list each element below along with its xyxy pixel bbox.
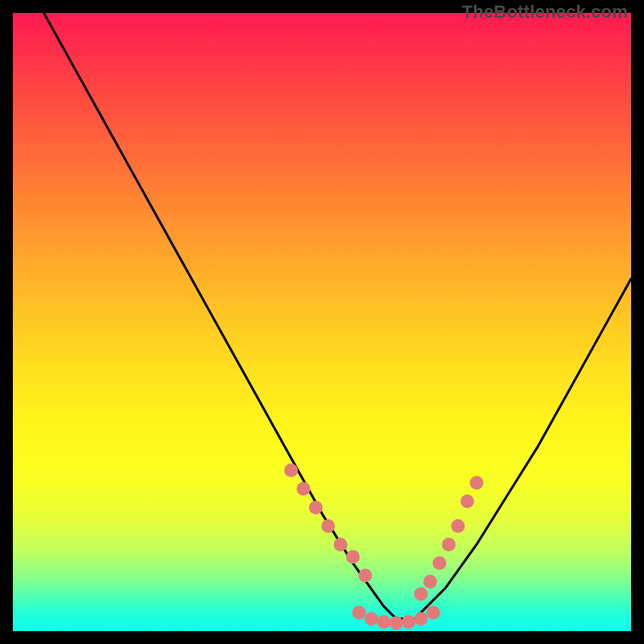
- marker-dot: [427, 605, 440, 619]
- marker-dot: [353, 605, 366, 619]
- marker-dot: [296, 482, 310, 496]
- chart-svg: [13, 13, 631, 631]
- marker-dot: [402, 615, 415, 629]
- marker-dot: [309, 501, 323, 514]
- marker-dot: [346, 550, 360, 564]
- markers-bottom: [353, 605, 440, 630]
- marker-dot: [321, 519, 335, 533]
- marker-dot: [451, 519, 464, 533]
- marker-dot: [423, 575, 437, 588]
- marker-dot: [390, 617, 403, 630]
- markers-left: [284, 464, 372, 583]
- marker-dot: [460, 494, 474, 508]
- chart-frame: [13, 13, 631, 631]
- marker-dot: [442, 538, 456, 551]
- marker-dot: [414, 587, 427, 601]
- watermark-text: TheBottleneck.com: [462, 2, 628, 23]
- marker-dot: [365, 612, 378, 625]
- marker-dot: [470, 476, 484, 489]
- marker-dot: [432, 556, 446, 570]
- marker-dot: [358, 568, 372, 582]
- marker-dot: [334, 538, 348, 551]
- marker-dot: [377, 615, 390, 629]
- marker-dot: [414, 612, 427, 625]
- marker-dot: [284, 464, 298, 477]
